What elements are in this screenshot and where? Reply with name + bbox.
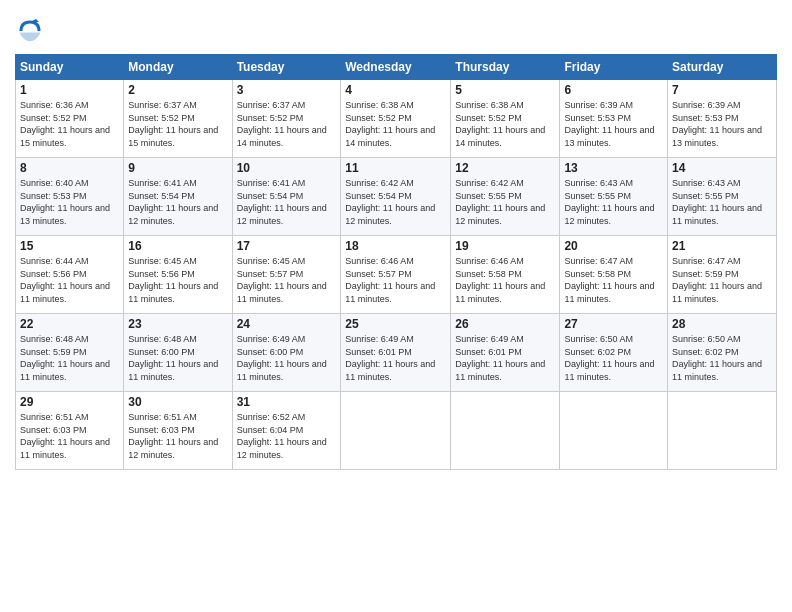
day-info: Sunrise: 6:46 AMSunset: 5:57 PMDaylight:… [345,256,435,304]
day-number: 29 [20,395,119,409]
calendar-container: SundayMondayTuesdayWednesdayThursdayFrid… [0,0,792,612]
day-cell: 24Sunrise: 6:49 AMSunset: 6:00 PMDayligh… [232,314,341,392]
day-number: 26 [455,317,555,331]
day-info: Sunrise: 6:36 AMSunset: 5:52 PMDaylight:… [20,100,110,148]
header-day-sunday: Sunday [16,55,124,80]
day-number: 9 [128,161,227,175]
day-info: Sunrise: 6:38 AMSunset: 5:52 PMDaylight:… [455,100,545,148]
day-cell: 21Sunrise: 6:47 AMSunset: 5:59 PMDayligh… [668,236,777,314]
day-cell: 17Sunrise: 6:45 AMSunset: 5:57 PMDayligh… [232,236,341,314]
day-info: Sunrise: 6:39 AMSunset: 5:53 PMDaylight:… [672,100,762,148]
day-cell: 13Sunrise: 6:43 AMSunset: 5:55 PMDayligh… [560,158,668,236]
header-day-friday: Friday [560,55,668,80]
day-cell: 27Sunrise: 6:50 AMSunset: 6:02 PMDayligh… [560,314,668,392]
week-row-1: 1Sunrise: 6:36 AMSunset: 5:52 PMDaylight… [16,80,777,158]
day-cell: 8Sunrise: 6:40 AMSunset: 5:53 PMDaylight… [16,158,124,236]
day-number: 18 [345,239,446,253]
day-number: 17 [237,239,337,253]
day-cell: 28Sunrise: 6:50 AMSunset: 6:02 PMDayligh… [668,314,777,392]
day-number: 6 [564,83,663,97]
header-day-wednesday: Wednesday [341,55,451,80]
day-number: 8 [20,161,119,175]
day-info: Sunrise: 6:47 AMSunset: 5:58 PMDaylight:… [564,256,654,304]
calendar-header: SundayMondayTuesdayWednesdayThursdayFrid… [16,55,777,80]
day-cell: 30Sunrise: 6:51 AMSunset: 6:03 PMDayligh… [124,392,232,470]
day-info: Sunrise: 6:45 AMSunset: 5:56 PMDaylight:… [128,256,218,304]
day-number: 31 [237,395,337,409]
day-info: Sunrise: 6:45 AMSunset: 5:57 PMDaylight:… [237,256,327,304]
day-info: Sunrise: 6:49 AMSunset: 6:01 PMDaylight:… [345,334,435,382]
day-cell: 15Sunrise: 6:44 AMSunset: 5:56 PMDayligh… [16,236,124,314]
day-cell: 20Sunrise: 6:47 AMSunset: 5:58 PMDayligh… [560,236,668,314]
day-info: Sunrise: 6:40 AMSunset: 5:53 PMDaylight:… [20,178,110,226]
week-row-4: 22Sunrise: 6:48 AMSunset: 5:59 PMDayligh… [16,314,777,392]
day-info: Sunrise: 6:37 AMSunset: 5:52 PMDaylight:… [128,100,218,148]
day-cell: 7Sunrise: 6:39 AMSunset: 5:53 PMDaylight… [668,80,777,158]
day-number: 22 [20,317,119,331]
day-number: 3 [237,83,337,97]
day-info: Sunrise: 6:46 AMSunset: 5:58 PMDaylight:… [455,256,545,304]
day-number: 11 [345,161,446,175]
day-number: 2 [128,83,227,97]
day-number: 5 [455,83,555,97]
day-info: Sunrise: 6:41 AMSunset: 5:54 PMDaylight:… [237,178,327,226]
header [15,10,777,46]
day-cell: 2Sunrise: 6:37 AMSunset: 5:52 PMDaylight… [124,80,232,158]
day-number: 21 [672,239,772,253]
day-number: 7 [672,83,772,97]
day-number: 12 [455,161,555,175]
day-cell: 6Sunrise: 6:39 AMSunset: 5:53 PMDaylight… [560,80,668,158]
day-info: Sunrise: 6:43 AMSunset: 5:55 PMDaylight:… [564,178,654,226]
header-row: SundayMondayTuesdayWednesdayThursdayFrid… [16,55,777,80]
day-info: Sunrise: 6:52 AMSunset: 6:04 PMDaylight:… [237,412,327,460]
day-number: 16 [128,239,227,253]
day-number: 25 [345,317,446,331]
day-info: Sunrise: 6:43 AMSunset: 5:55 PMDaylight:… [672,178,762,226]
day-cell: 31Sunrise: 6:52 AMSunset: 6:04 PMDayligh… [232,392,341,470]
day-cell [560,392,668,470]
day-number: 19 [455,239,555,253]
day-cell: 26Sunrise: 6:49 AMSunset: 6:01 PMDayligh… [451,314,560,392]
logo-icon [15,16,45,46]
day-cell: 14Sunrise: 6:43 AMSunset: 5:55 PMDayligh… [668,158,777,236]
day-number: 24 [237,317,337,331]
day-cell: 22Sunrise: 6:48 AMSunset: 5:59 PMDayligh… [16,314,124,392]
day-info: Sunrise: 6:51 AMSunset: 6:03 PMDaylight:… [20,412,110,460]
week-row-5: 29Sunrise: 6:51 AMSunset: 6:03 PMDayligh… [16,392,777,470]
day-info: Sunrise: 6:48 AMSunset: 6:00 PMDaylight:… [128,334,218,382]
day-info: Sunrise: 6:41 AMSunset: 5:54 PMDaylight:… [128,178,218,226]
day-cell: 5Sunrise: 6:38 AMSunset: 5:52 PMDaylight… [451,80,560,158]
day-number: 14 [672,161,772,175]
calendar-body: 1Sunrise: 6:36 AMSunset: 5:52 PMDaylight… [16,80,777,470]
day-number: 30 [128,395,227,409]
day-cell: 18Sunrise: 6:46 AMSunset: 5:57 PMDayligh… [341,236,451,314]
header-day-tuesday: Tuesday [232,55,341,80]
day-cell: 9Sunrise: 6:41 AMSunset: 5:54 PMDaylight… [124,158,232,236]
day-cell: 29Sunrise: 6:51 AMSunset: 6:03 PMDayligh… [16,392,124,470]
day-cell: 1Sunrise: 6:36 AMSunset: 5:52 PMDaylight… [16,80,124,158]
day-number: 4 [345,83,446,97]
day-number: 10 [237,161,337,175]
week-row-2: 8Sunrise: 6:40 AMSunset: 5:53 PMDaylight… [16,158,777,236]
day-info: Sunrise: 6:44 AMSunset: 5:56 PMDaylight:… [20,256,110,304]
logo [15,16,49,46]
day-info: Sunrise: 6:51 AMSunset: 6:03 PMDaylight:… [128,412,218,460]
day-cell: 12Sunrise: 6:42 AMSunset: 5:55 PMDayligh… [451,158,560,236]
day-number: 1 [20,83,119,97]
day-info: Sunrise: 6:49 AMSunset: 6:01 PMDaylight:… [455,334,545,382]
day-number: 23 [128,317,227,331]
day-cell: 19Sunrise: 6:46 AMSunset: 5:58 PMDayligh… [451,236,560,314]
calendar-table: SundayMondayTuesdayWednesdayThursdayFrid… [15,54,777,470]
header-day-monday: Monday [124,55,232,80]
day-number: 13 [564,161,663,175]
day-number: 28 [672,317,772,331]
day-cell: 25Sunrise: 6:49 AMSunset: 6:01 PMDayligh… [341,314,451,392]
day-info: Sunrise: 6:37 AMSunset: 5:52 PMDaylight:… [237,100,327,148]
day-info: Sunrise: 6:38 AMSunset: 5:52 PMDaylight:… [345,100,435,148]
day-cell: 4Sunrise: 6:38 AMSunset: 5:52 PMDaylight… [341,80,451,158]
day-number: 27 [564,317,663,331]
header-day-saturday: Saturday [668,55,777,80]
day-cell [451,392,560,470]
header-day-thursday: Thursday [451,55,560,80]
day-number: 15 [20,239,119,253]
